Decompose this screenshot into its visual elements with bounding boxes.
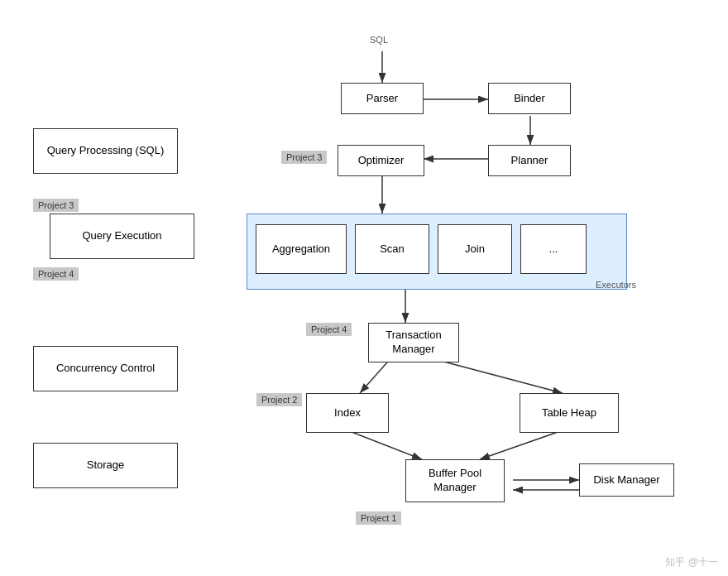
executors-container: Aggregation Scan Join ... xyxy=(247,214,627,290)
dots-box: ... xyxy=(520,224,587,274)
executors-label: Executors xyxy=(596,280,636,290)
project4-query-badge: Project 4 xyxy=(33,267,79,281)
binder-box: Binder xyxy=(488,83,571,114)
svg-line-10 xyxy=(480,430,563,459)
query-processing-box: Query Processing (SQL) xyxy=(33,128,178,174)
svg-line-9 xyxy=(347,430,422,459)
scan-box: Scan xyxy=(355,224,429,274)
index-box: Index xyxy=(306,393,389,433)
storage-box: Storage xyxy=(33,443,178,488)
optimizer-box: Optimizer xyxy=(338,145,424,176)
watermark: 知乎 @十一 xyxy=(665,555,718,569)
query-execution-box: Query Execution xyxy=(50,214,194,259)
disk-manager-box: Disk Manager xyxy=(579,463,674,497)
aggregation-box: Aggregation xyxy=(256,224,347,274)
parser-box: Parser xyxy=(341,83,424,114)
project1-badge: Project 1 xyxy=(356,511,401,525)
buffer-pool-manager-box: Buffer Pool Manager xyxy=(405,459,505,502)
sql-label: SQL xyxy=(370,35,388,45)
transaction-manager-box: Transaction Manager xyxy=(368,323,459,362)
join-box: Join xyxy=(438,224,512,274)
project2-badge: Project 2 xyxy=(256,393,302,406)
table-heap-box: Table Heap xyxy=(520,393,619,433)
project3-optimizer-badge: Project 3 xyxy=(281,151,327,164)
project3-execution-badge: Project 3 xyxy=(33,199,79,212)
planner-box: Planner xyxy=(488,145,571,176)
diagram: SQL Parser Binder Project 3 Optimizer Pl… xyxy=(0,0,728,576)
concurrency-control-box: Concurrency Control xyxy=(33,346,178,391)
project4-transaction-badge: Project 4 xyxy=(306,323,352,336)
